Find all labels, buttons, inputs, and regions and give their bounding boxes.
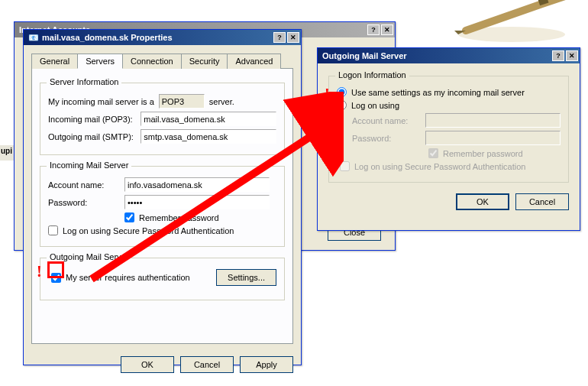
out-spa-label: Log on using Secure Password Authenticat… xyxy=(354,162,525,171)
svg-rect-1 xyxy=(538,0,549,5)
pop3-label: Incoming mail (POP3): xyxy=(48,115,141,124)
annotation-exclaim-2: ! xyxy=(325,86,330,103)
annotation-exclaim-1: ! xyxy=(37,263,42,281)
logon-info-legend: Logon Information xyxy=(335,70,409,79)
outgoing-mail-server-group: Outgoing Mail Server My server requires … xyxy=(40,258,285,300)
account-name-label: Account name: xyxy=(48,180,124,190)
use-same-settings-radio[interactable]: Use same settings as my incoming mail se… xyxy=(337,87,525,97)
tab-general[interactable]: General xyxy=(31,54,78,69)
incoming-mail-server-group: Incoming Mail Server Account name: Passw… xyxy=(40,166,285,247)
close-button[interactable]: ✕ xyxy=(566,50,578,61)
use-same-settings-label: Use same settings as my incoming mail se… xyxy=(351,88,525,97)
logon-information-group: Logon Information Use same settings as m… xyxy=(328,76,569,183)
tab-advanced[interactable]: Advanced xyxy=(227,54,281,69)
help-button[interactable]: ? xyxy=(552,50,564,61)
oms-legend: Outgoing Mail Server xyxy=(47,252,131,261)
incoming-server-type xyxy=(159,94,205,109)
account-name-input[interactable] xyxy=(124,177,270,192)
incoming-server-type-label: My incoming mail server is a xyxy=(48,97,154,106)
smtp-server-input[interactable] xyxy=(141,129,276,144)
properties-title: mail.vasa_domena.sk Properties xyxy=(42,33,272,42)
pop3-server-input[interactable] xyxy=(141,112,276,126)
out-account-label: Account name: xyxy=(352,116,425,125)
server-information-group: Server Information My incoming mail serv… xyxy=(40,83,285,155)
out-password-label: Password: xyxy=(352,134,425,143)
outgoing-titlebar: Outgoing Mail Server ? ✕ xyxy=(318,48,580,63)
outgoing-body: Logon Information Use same settings as m… xyxy=(318,63,580,218)
remember-password-label: Remember password xyxy=(139,213,219,222)
close-button[interactable]: ✕ xyxy=(381,24,393,35)
close-button[interactable]: ✕ xyxy=(287,32,299,43)
ok-button[interactable]: OK xyxy=(121,356,174,373)
ok-button[interactable]: OK xyxy=(456,193,509,210)
properties-button-row: OK Cancel Apply xyxy=(24,352,301,381)
remember-password-checkbox[interactable]: Remember password xyxy=(124,212,219,222)
out-account-input xyxy=(425,113,561,128)
out-password-input xyxy=(425,131,561,145)
properties-window: 📧 mail.vasa_domena.sk Properties ? ✕ Gen… xyxy=(23,29,302,365)
cancel-button[interactable]: Cancel xyxy=(515,193,569,210)
out-remember-checkbox: Remember password xyxy=(428,148,523,158)
help-button[interactable]: ? xyxy=(367,24,380,35)
spa-checkbox[interactable]: Log on using Secure Password Authenticat… xyxy=(48,225,234,235)
password-input[interactable] xyxy=(124,195,270,209)
mail-account-icon: 📧 xyxy=(28,33,39,43)
password-label: Password: xyxy=(48,198,124,207)
outgoing-mail-server-window: Outgoing Mail Server ? ✕ Logon Informati… xyxy=(317,47,580,231)
outgoing-title: Outgoing Mail Server xyxy=(322,51,551,60)
svg-point-0 xyxy=(458,27,565,42)
tab-connection[interactable]: Connection xyxy=(122,54,182,69)
help-button[interactable]: ? xyxy=(273,32,286,43)
spa-label: Log on using Secure Password Authenticat… xyxy=(63,226,234,235)
servers-panel: Server Information My incoming mail serv… xyxy=(31,69,293,344)
log-on-using-radio[interactable]: Log on using xyxy=(337,100,399,110)
tab-servers[interactable]: Servers xyxy=(77,54,123,69)
log-on-using-label: Log on using xyxy=(351,101,399,110)
out-remember-label: Remember password xyxy=(443,149,523,158)
out-spa-checkbox: Log on using Secure Password Authenticat… xyxy=(340,161,525,171)
properties-titlebar: 📧 mail.vasa_domena.sk Properties ? ✕ xyxy=(24,30,301,45)
incoming-server-suffix: server. xyxy=(209,97,234,106)
settings-button[interactable]: Settings... xyxy=(216,269,276,286)
smtp-label: Outgoing mail (SMTP): xyxy=(48,132,141,141)
requires-auth-checkbox[interactable]: My server requires authentication xyxy=(51,273,190,283)
requires-auth-label: My server requires authentication xyxy=(66,273,190,282)
tab-security[interactable]: Security xyxy=(181,54,228,69)
apply-button[interactable]: Apply xyxy=(240,356,293,373)
ims-legend: Incoming Mail Server xyxy=(47,161,131,170)
cancel-button[interactable]: Cancel xyxy=(180,356,234,373)
server-info-legend: Server Information xyxy=(47,77,121,86)
outgoing-button-row: OK Cancel xyxy=(328,193,569,210)
tabs: General Servers Connection Security Adva… xyxy=(31,53,293,69)
